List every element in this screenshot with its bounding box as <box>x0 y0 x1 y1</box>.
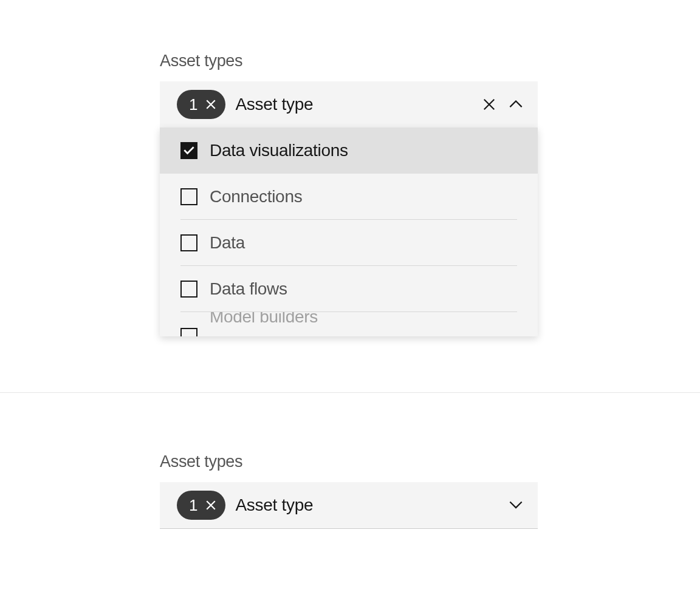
header-icons <box>509 498 523 512</box>
option-label: Data flows <box>210 279 287 299</box>
selection-count-badge[interactable]: 1 <box>177 491 225 520</box>
option-label: Data <box>210 233 245 253</box>
checkbox-unchecked[interactable] <box>180 234 197 251</box>
dropdown-list: Data visualizations Connections Data Dat… <box>160 128 538 336</box>
chevron-up-icon[interactable] <box>509 97 523 112</box>
chevron-down-icon[interactable] <box>509 498 523 512</box>
field-label: Asset types <box>160 452 538 471</box>
dropdown-option-model-builders[interactable]: Model builders <box>160 312 538 336</box>
field-label: Asset types <box>160 52 538 70</box>
checkbox-checked[interactable] <box>180 142 197 159</box>
checkbox-unchecked[interactable] <box>180 328 197 336</box>
option-label: Data visualizations <box>210 141 348 160</box>
selection-count-number: 1 <box>189 496 197 515</box>
dropdown-option-connections[interactable]: Connections <box>160 174 538 220</box>
dropdown-option-data-flows[interactable]: Data flows <box>160 266 538 312</box>
dropdown-option-data[interactable]: Data <box>160 220 538 266</box>
multiselect-title: Asset type <box>235 495 509 515</box>
option-label: Model builders <box>210 312 318 327</box>
multiselect-header[interactable]: 1 Asset type <box>160 81 538 128</box>
header-icons <box>482 97 523 112</box>
multiselect-closed-section: Asset types 1 Asset type <box>160 452 538 529</box>
close-icon[interactable] <box>482 97 496 112</box>
checkbox-unchecked[interactable] <box>180 281 197 298</box>
selection-count-number: 1 <box>189 95 197 114</box>
multiselect-header-closed[interactable]: 1 Asset type <box>160 482 538 528</box>
multiselect-open-section: Asset types 1 Asset type Data visualizat… <box>160 52 538 336</box>
multiselect-underline <box>160 528 538 529</box>
option-label: Connections <box>210 187 302 206</box>
selection-count-badge[interactable]: 1 <box>177 90 225 119</box>
section-divider <box>0 392 700 393</box>
clear-selection-icon[interactable] <box>204 97 218 112</box>
multiselect-title: Asset type <box>235 95 482 114</box>
clear-selection-icon[interactable] <box>204 498 218 512</box>
checkbox-unchecked[interactable] <box>180 188 197 205</box>
dropdown-option-data-visualizations[interactable]: Data visualizations <box>160 128 538 174</box>
option-divider <box>180 312 517 312</box>
